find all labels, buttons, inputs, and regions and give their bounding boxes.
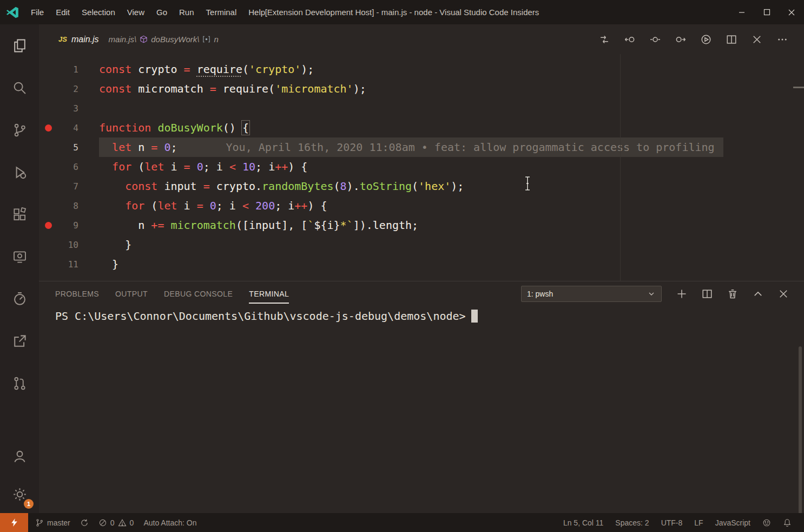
eol-indicator[interactable]: LF <box>688 518 709 527</box>
indentation-indicator[interactable]: Spaces: 2 <box>609 518 655 527</box>
reverse-continue-icon[interactable] <box>650 34 661 45</box>
breakpoint-slot[interactable] <box>39 254 57 274</box>
code-line-10[interactable]: 10 } <box>39 235 804 254</box>
breakpoint-dot[interactable] <box>39 118 57 137</box>
code-token: let <box>157 199 177 212</box>
status-bar-right: Ln 5, Col 11 Spaces: 2 UTF-8 LF JavaScri… <box>557 518 798 527</box>
sync-button[interactable] <box>75 518 94 527</box>
run-profile-icon[interactable] <box>701 34 711 45</box>
code-line-1[interactable]: 1const crypto = require('crypto'); <box>39 60 804 79</box>
breakpoint-slot[interactable] <box>39 235 57 254</box>
language-mode-indicator[interactable]: JavaScript <box>709 518 756 527</box>
minimize-icon[interactable] <box>729 0 754 24</box>
run-debug-icon[interactable] <box>0 151 39 193</box>
maximize-icon[interactable] <box>754 0 779 24</box>
gutter[interactable]: 3 <box>39 98 99 118</box>
panel-tab-problems[interactable]: PROBLEMS <box>55 281 99 306</box>
step-forward-icon[interactable] <box>675 34 686 45</box>
terminal-select[interactable]: 1: pwsh <box>521 286 662 302</box>
code-token <box>190 160 197 173</box>
code-line-8[interactable]: 8 for (let i = 0; i < 200; i++) { <box>39 196 804 215</box>
breakpoint-slot[interactable] <box>39 98 57 118</box>
panel-tab-debug-console[interactable]: DEBUG CONSOLE <box>164 281 233 306</box>
source-control-icon[interactable] <box>0 109 39 151</box>
gutter[interactable]: 8 <box>39 196 99 215</box>
gutter[interactable]: 1 <box>39 60 99 79</box>
breakpoint-slot[interactable] <box>39 137 57 157</box>
gutter[interactable]: 7 <box>39 176 99 196</box>
code-line-4[interactable]: 4function doBusyWork() { <box>39 118 804 137</box>
column-ruler <box>620 54 621 281</box>
editor-tab-main-js[interactable]: main.js <box>71 35 99 44</box>
gutter[interactable]: 6 <box>39 157 99 176</box>
menu-terminal[interactable]: Terminal <box>200 0 243 24</box>
code-token: 'hex' <box>418 180 451 193</box>
more-actions-icon[interactable] <box>777 34 788 45</box>
menu-run[interactable]: Run <box>173 0 200 24</box>
gutter[interactable]: 9 <box>39 215 99 235</box>
code-line-3[interactable]: 3 <box>39 98 804 118</box>
code-token: ); <box>451 180 464 193</box>
menu-selection[interactable]: Selection <box>76 0 121 24</box>
menu-go[interactable]: Go <box>150 0 173 24</box>
breadcrumb-symbol[interactable]: doBusyWork\ <box>151 35 199 44</box>
code-line-11[interactable]: 11 } <box>39 254 804 274</box>
breakpoint-slot[interactable] <box>39 157 57 176</box>
terminal[interactable]: PS C:\Users\Connor\Documents\Github\vsco… <box>39 306 804 513</box>
profile-icon[interactable] <box>0 278 39 320</box>
open-changes-icon[interactable] <box>599 34 610 45</box>
branch-name: master <box>47 518 70 527</box>
breakpoint-slot[interactable] <box>39 60 57 79</box>
close-panel-icon[interactable] <box>778 288 789 299</box>
breakpoint-slot[interactable] <box>39 176 57 196</box>
kill-terminal-trash-icon[interactable] <box>727 288 738 299</box>
code-line-9[interactable]: 9 n += micromatch([input], [`${i}*`]).le… <box>39 215 804 235</box>
panel-tab-output[interactable]: OUTPUT <box>115 281 148 306</box>
code-line-2[interactable]: 2const micromatch = require('micromatch'… <box>39 79 804 98</box>
extensions-icon[interactable] <box>0 193 39 235</box>
menu-view[interactable]: View <box>121 0 150 24</box>
line-content: const input = crypto.randomBytes(8).toSt… <box>99 176 464 196</box>
breadcrumb-file[interactable]: main.js\ <box>109 35 137 44</box>
problems-indicator[interactable]: 0 0 <box>94 518 139 527</box>
close-window-icon[interactable] <box>779 0 804 24</box>
menu-file[interactable]: File <box>25 0 50 24</box>
code-token: ; i <box>255 160 275 173</box>
gutter[interactable]: 2 <box>39 79 99 98</box>
cursor-position-indicator[interactable]: Ln 5, Col 11 <box>557 518 609 527</box>
breakpoint-slot[interactable] <box>39 196 57 215</box>
new-terminal-icon[interactable] <box>676 288 687 299</box>
breakpoint-slot[interactable] <box>39 79 57 98</box>
code-line-5[interactable]: 5 let n = 0;You, April 16th, 2020 11:08a… <box>39 137 804 157</box>
github-pull-request-icon[interactable] <box>0 362 39 404</box>
live-share-icon[interactable] <box>0 320 39 362</box>
line-content: for (let i = 0; i < 200; i++) { <box>99 196 327 215</box>
split-terminal-icon[interactable] <box>702 288 713 299</box>
notifications-button[interactable] <box>777 518 798 527</box>
settings-gear-icon[interactable]: 1 <box>0 475 39 513</box>
close-editor-icon[interactable] <box>752 34 762 45</box>
gutter[interactable]: 10 <box>39 235 99 254</box>
explorer-icon[interactable] <box>0 24 39 67</box>
breakpoint-dot[interactable] <box>39 215 57 235</box>
gutter[interactable]: 4 <box>39 118 99 137</box>
account-icon[interactable] <box>0 437 39 475</box>
terminal-scrollbar[interactable] <box>799 346 802 531</box>
split-editor-icon[interactable] <box>726 34 737 45</box>
remote-indicator[interactable] <box>0 513 28 532</box>
search-icon[interactable] <box>0 67 39 109</box>
step-back-icon[interactable] <box>624 34 635 45</box>
code-line-7[interactable]: 7 const input = crypto.randomBytes(8).to… <box>39 176 804 196</box>
auto-attach-indicator[interactable]: Auto Attach: On <box>139 518 201 527</box>
feedback-button[interactable] <box>756 518 777 527</box>
encoding-indicator[interactable]: UTF-8 <box>655 518 689 527</box>
remote-explorer-icon[interactable] <box>0 235 39 278</box>
branch-indicator[interactable]: master <box>30 518 75 527</box>
gutter[interactable]: 11 <box>39 254 99 274</box>
code-line-6[interactable]: 6 for (let i = 0; i < 10; i++) { <box>39 157 804 176</box>
maximize-panel-icon[interactable] <box>753 288 763 299</box>
menu-edit[interactable]: Edit <box>50 0 76 24</box>
panel-tab-terminal[interactable]: TERMINAL <box>249 281 289 306</box>
breadcrumb-variable[interactable]: n <box>214 35 218 44</box>
gutter[interactable]: 5 <box>39 137 99 157</box>
